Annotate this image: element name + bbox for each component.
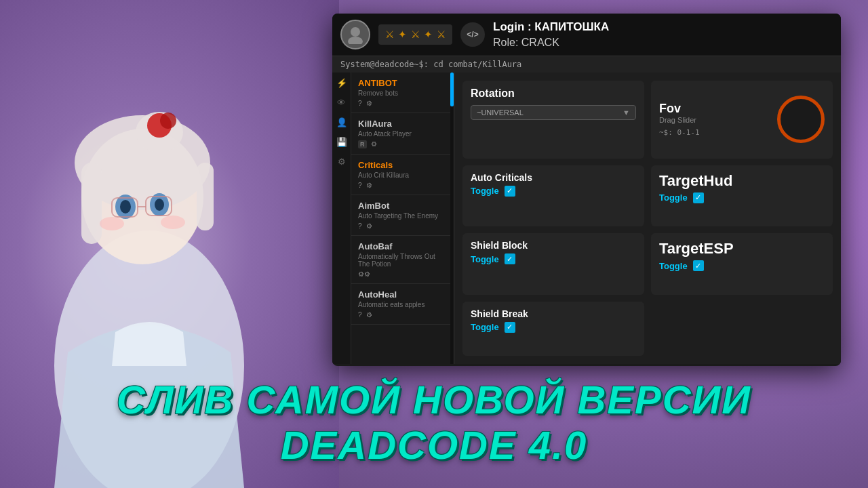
shield-block-checkbox[interactable]: ✓ — [505, 253, 515, 264]
chevron-down-icon: ▼ — [623, 108, 630, 117]
username-label: Login : КАПИТОШКА — [493, 19, 609, 35]
auto-criticals-toggle-row: Toggle ✓ — [471, 186, 636, 197]
shield-break-toggle-label: Toggle — [471, 322, 499, 332]
gear-icon-criticals[interactable]: ⚙ — [366, 182, 372, 189]
target-esp-toggle-row: Toggle ✓ — [659, 260, 825, 271]
target-esp-checkbox[interactable]: ✓ — [693, 260, 704, 271]
auto-criticals-card: Auto Criticals Toggle ✓ — [462, 165, 644, 227]
sidebar-icon-4: 💾 — [336, 137, 347, 147]
fov-title: Fov — [659, 102, 700, 116]
content-area: Rotation ~UNIVERSAL ▼ Fov Drag Slider ~$… — [454, 73, 841, 364]
panel-body: ⚡ 👁 👤 💾 ⚙ ANTIBOT Remove bots ? ⚙ — [332, 73, 841, 364]
svg-rect-3 — [81, 163, 102, 244]
gear-icon-aimbot[interactable]: ⚙ — [366, 222, 372, 230]
user-info: Login : КАПИТОШКА Role: CRACK — [493, 19, 609, 50]
help-icon-aimbot: ? — [358, 222, 362, 230]
toolbar-icons[interactable]: ⚔ ✦ ⚔ ✦ ⚔ — [378, 24, 452, 45]
target-esp-toggle-label: Toggle — [659, 261, 688, 271]
svg-rect-4 — [197, 163, 214, 230]
tool-icon-1: ⚔ — [385, 28, 394, 41]
rotation-dropdown-value: ~UNIVERSAL — [477, 108, 524, 117]
gear-icon-killaura[interactable]: ⚙ — [371, 140, 377, 148]
bottom-text-line1: СЛИВ САМОЙ НОВОЙ ВЕРСИИ — [0, 377, 868, 422]
fov-card: Fov Drag Slider ~$: 0-1-1 — [651, 81, 833, 159]
svg-point-16 — [161, 216, 185, 229]
shield-break-card: Shield Break Toggle ✓ — [462, 302, 644, 357]
target-hud-toggle-label: Toggle — [659, 192, 688, 203]
shield-break-checkbox[interactable]: ✓ — [505, 322, 515, 333]
shield-block-title: Shield Block — [471, 240, 636, 251]
fov-subtitle: Drag Slider — [659, 116, 700, 124]
shield-block-card: Shield Block Toggle ✓ — [462, 233, 644, 295]
sidebar-item-autobaf[interactable]: AutoBaf Automatically Throws Out The Pot… — [351, 236, 454, 284]
empty-cell — [651, 302, 833, 357]
tool-icon-3: ⚔ — [411, 28, 420, 41]
sidebar: ⚡ 👁 👤 💾 ⚙ ANTIBOT Remove bots ? ⚙ — [332, 73, 454, 364]
panel-header: ⚔ ✦ ⚔ ✦ ⚔ </> Login : КАПИТОШКА Role: CR… — [332, 14, 841, 56]
svg-point-7 — [160, 113, 176, 129]
bottom-text-area: СЛИВ САМОЙ НОВОЙ ВЕРСИИ DEADCODE 4.0 — [0, 377, 868, 468]
shield-break-title: Shield Break — [471, 308, 636, 319]
sidebar-icon-5: ⚙ — [338, 157, 346, 167]
fov-info: Fov Drag Slider ~$: 0-1-1 — [659, 102, 700, 137]
svg-point-10 — [120, 200, 131, 214]
sidebar-item-criticals[interactable]: Criticals Auto Crit Killaura ? ⚙ — [351, 155, 454, 195]
shield-block-toggle-label: Toggle — [471, 254, 499, 264]
gear-icon-antibot[interactable]: ⚙ — [366, 100, 372, 107]
fov-circle[interactable] — [777, 96, 825, 143]
r-badge-killaura: R — [358, 140, 367, 148]
help-icon-autoheal: ? — [358, 311, 362, 319]
auto-criticals-toggle-label: Toggle — [471, 186, 499, 196]
target-hud-checkbox[interactable]: ✓ — [693, 192, 704, 203]
settings-icon-autobaf[interactable]: ⚙⚙ — [358, 270, 370, 278]
target-hud-card: TargetHud Toggle ✓ — [651, 165, 833, 227]
svg-point-17 — [351, 27, 360, 37]
breadcrumb: System@deadcode~$: cd combat/KillAura — [332, 56, 841, 73]
auto-criticals-title: Auto Criticals — [471, 172, 636, 183]
code-icon: </> — [460, 22, 485, 47]
target-esp-title: TargetESP — [659, 240, 825, 258]
auto-criticals-checkbox[interactable]: ✓ — [505, 186, 515, 197]
tool-icon-4: ✦ — [424, 28, 433, 41]
rotation-card: Rotation ~UNIVERSAL ▼ — [462, 81, 644, 159]
svg-point-15 — [100, 217, 124, 230]
help-icon-criticals: ? — [358, 182, 362, 189]
main-panel: ⚔ ✦ ⚔ ✦ ⚔ </> Login : КАПИТОШКА Role: CR… — [332, 14, 841, 366]
help-icon-antibot: ? — [358, 100, 362, 107]
role-label: Role: CRACK — [493, 35, 609, 50]
fov-value: ~$: 0-1-1 — [659, 128, 700, 137]
svg-point-11 — [155, 199, 164, 211]
gear-icon-autoheal[interactable]: ⚙ — [366, 311, 372, 319]
svg-point-18 — [348, 37, 363, 44]
shield-break-toggle-row: Toggle ✓ — [471, 322, 636, 333]
avatar-icon — [340, 20, 370, 49]
sidebar-icon-1: ⚡ — [336, 78, 347, 88]
sidebar-icon-3: 👤 — [336, 117, 347, 127]
sidebar-item-killaura[interactable]: KillAura Auto Atack Player R ⚙ — [351, 113, 454, 155]
sidebar-item-antibot[interactable]: ANTIBOT Remove bots ? ⚙ — [351, 73, 454, 113]
rotation-title: Rotation — [471, 87, 636, 100]
tool-icon-2: ✦ — [398, 28, 407, 41]
target-esp-card: TargetESP Toggle ✓ — [651, 233, 833, 295]
target-hud-toggle-row: Toggle ✓ — [659, 192, 825, 203]
sidebar-icon-2: 👁 — [337, 98, 346, 108]
sidebar-item-autoheal[interactable]: AutoHeal Automatic eats apples ? ⚙ — [351, 284, 454, 325]
rotation-dropdown[interactable]: ~UNIVERSAL ▼ — [471, 105, 636, 120]
shield-block-toggle-row: Toggle ✓ — [471, 253, 636, 264]
target-hud-title: TargetHud — [659, 172, 825, 190]
sidebar-item-aimbot[interactable]: AimBot Auto Targeting The Enemy ? ⚙ — [351, 195, 454, 236]
bottom-text-line2: DEADCODE 4.0 — [0, 422, 868, 468]
tool-icon-5: ⚔ — [437, 28, 446, 41]
